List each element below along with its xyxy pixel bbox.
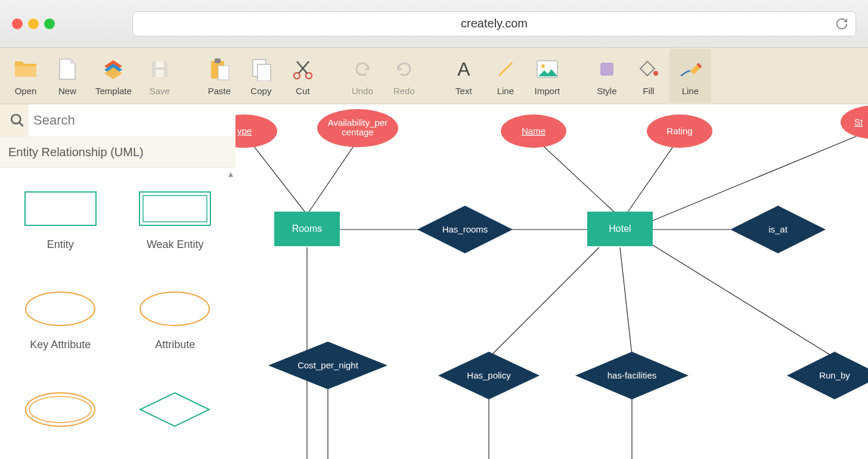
copy-icon [250, 56, 272, 82]
entity-label: Entity [47, 238, 74, 251]
svg-text:has-facilities: has-facilities [607, 370, 657, 380]
redo-button[interactable]: Redo [383, 49, 425, 103]
svg-point-14 [653, 71, 658, 76]
line-tool-button[interactable]: Line [485, 49, 526, 103]
new-button[interactable]: New [46, 49, 88, 103]
text-tool-button[interactable]: A Text [443, 49, 485, 103]
relationship-cost-per-night[interactable]: Cost_per_night [268, 342, 388, 389]
template-button[interactable]: Template [88, 49, 139, 103]
url-text: creately.com [461, 17, 528, 30]
line-style-button[interactable]: Line [669, 49, 711, 103]
svg-text:centage: centage [342, 127, 373, 137]
svg-point-12 [541, 64, 545, 68]
edge[interactable] [620, 247, 632, 355]
svg-text:Run_by: Run_by [819, 370, 850, 380]
image-icon [536, 56, 559, 82]
svg-text:is_at: is_at [768, 224, 788, 234]
shape-key-attribute[interactable]: Key Attribute [6, 277, 115, 371]
shape-weak-entity[interactable]: Weak Entity [121, 176, 230, 271]
svg-rect-19 [143, 196, 207, 222]
edge[interactable] [534, 137, 617, 215]
redo-label: Redo [393, 86, 415, 96]
attribute-availability[interactable]: Availability_per centage [317, 109, 398, 147]
svg-point-15 [11, 114, 20, 123]
open-button[interactable]: Open [5, 49, 46, 103]
relationship-has-facilities[interactable]: has-facilities [575, 352, 689, 399]
svg-point-8 [306, 73, 312, 79]
svg-text:Has_rooms: Has_rooms [442, 224, 488, 234]
relationship-is-at[interactable]: is_at [730, 206, 826, 253]
svg-rect-6 [258, 64, 271, 81]
attribute-st[interactable]: St [841, 106, 868, 139]
attribute-name[interactable]: Name [501, 114, 566, 148]
svg-text:Rooms: Rooms [292, 224, 323, 234]
search-icon[interactable] [0, 104, 29, 137]
url-bar[interactable]: creately.com [132, 11, 856, 36]
copy-button[interactable]: Copy [240, 49, 282, 103]
attribute-type[interactable]: ype [235, 114, 277, 148]
browser-chrome: creately.com [0, 0, 868, 48]
text-label: Text [455, 86, 472, 96]
relationship-shape-icon [135, 388, 215, 431]
cut-button[interactable]: Cut [282, 49, 324, 103]
minimize-window-button[interactable] [28, 18, 39, 29]
svg-point-22 [26, 393, 95, 426]
sidebar: Entity Relationship (UML) ▴ Entity Weak … [0, 104, 235, 459]
reload-icon[interactable] [835, 17, 848, 30]
edge[interactable] [307, 140, 358, 215]
fill-icon [638, 56, 659, 82]
copy-label: Copy [250, 86, 271, 96]
shape-partial-1[interactable] [6, 377, 115, 451]
save-label: Save [150, 86, 170, 96]
shape-palette: ▴ Entity Weak Entity Key Attribute Attri… [0, 168, 235, 459]
key-attribute-shape-icon [20, 287, 101, 330]
shape-attribute[interactable]: Attribute [121, 277, 230, 371]
attribute-rating[interactable]: Rating [647, 114, 712, 148]
svg-text:Rating: Rating [666, 126, 692, 136]
entity-hotel[interactable]: Hotel [587, 212, 653, 246]
maximize-window-button[interactable] [44, 18, 55, 29]
svg-text:Name: Name [522, 126, 545, 136]
fill-label: Fill [643, 86, 654, 96]
style-button[interactable]: Style [586, 49, 628, 103]
open-label: Open [15, 86, 37, 96]
undo-label: Undo [352, 86, 373, 96]
entity-rooms[interactable]: Rooms [274, 212, 340, 246]
edge[interactable] [647, 241, 835, 358]
line-tool-label: Line [497, 86, 514, 96]
pencil-line-icon [678, 56, 702, 82]
save-button[interactable]: Save [139, 49, 181, 103]
paste-button[interactable]: Paste [199, 49, 240, 103]
svg-text:Cost_per_night: Cost_per_night [297, 360, 359, 370]
svg-rect-3 [215, 58, 221, 63]
fill-button[interactable]: Fill [628, 49, 669, 103]
svg-rect-1 [156, 70, 164, 77]
undo-button[interactable]: Undo [342, 49, 383, 103]
import-button[interactable]: Import [526, 49, 568, 103]
key-attribute-label: Key Attribute [30, 339, 91, 351]
new-label: New [58, 86, 76, 96]
category-header[interactable]: Entity Relationship (UML) [0, 137, 235, 168]
scroll-up-icon[interactable]: ▴ [228, 168, 233, 179]
shape-entity[interactable]: Entity [6, 176, 115, 271]
shape-partial-2[interactable] [121, 377, 230, 451]
relationship-has-rooms[interactable]: Has_rooms [417, 206, 513, 253]
cut-label: Cut [296, 86, 309, 96]
svg-rect-13 [600, 63, 613, 76]
save-icon [150, 56, 170, 82]
svg-rect-18 [140, 192, 210, 225]
svg-rect-4 [218, 66, 229, 80]
line-style-label: Line [682, 86, 699, 96]
edge[interactable] [626, 137, 680, 215]
diagram-canvas[interactable]: ype Availability_per centage Name Rating… [235, 104, 868, 459]
toolbar: Open New Template Save Paste Copy C [0, 48, 868, 104]
paste-label: Paste [208, 86, 231, 96]
svg-line-10 [499, 63, 512, 76]
relationship-run-by[interactable]: Run_by [787, 352, 868, 399]
relationship-has-policy[interactable]: Has_policy [438, 352, 540, 399]
edge[interactable] [489, 247, 599, 358]
search-input[interactable] [33, 113, 227, 128]
close-window-button[interactable] [12, 18, 23, 29]
svg-point-21 [140, 292, 209, 325]
line-icon [495, 56, 516, 82]
